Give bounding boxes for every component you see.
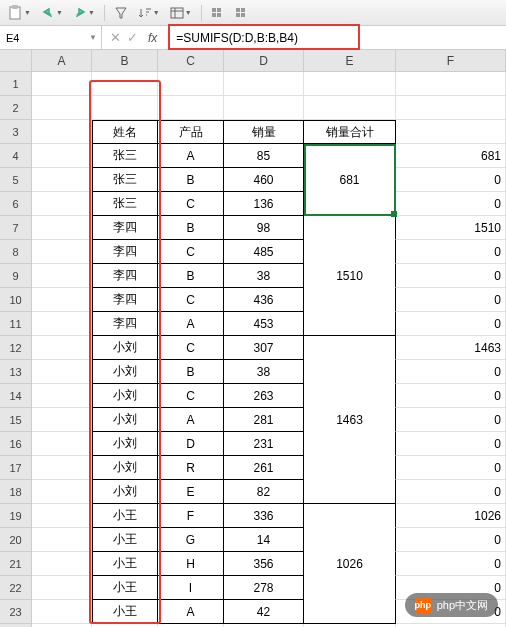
cell[interactable]: 0 — [396, 408, 506, 432]
cell[interactable] — [32, 216, 92, 240]
cell[interactable]: 姓名 — [92, 120, 158, 144]
row-header[interactable]: 19 — [0, 504, 32, 528]
cell[interactable]: 1463 — [396, 336, 506, 360]
cell[interactable]: E — [158, 480, 224, 504]
cell[interactable]: 38 — [224, 264, 304, 288]
cell[interactable]: 485 — [224, 240, 304, 264]
cell[interactable] — [32, 360, 92, 384]
cell[interactable] — [32, 576, 92, 600]
cell[interactable]: 136 — [224, 192, 304, 216]
cell[interactable]: 0 — [396, 552, 506, 576]
cell[interactable]: B — [158, 360, 224, 384]
row-header[interactable]: 5 — [0, 168, 32, 192]
row-header[interactable]: 21 — [0, 552, 32, 576]
select-all-corner[interactable] — [0, 50, 32, 71]
cell[interactable]: 82 — [224, 480, 304, 504]
row-header[interactable]: 18 — [0, 480, 32, 504]
col-header-F[interactable]: F — [396, 50, 506, 71]
cell[interactable]: B — [158, 216, 224, 240]
cell[interactable]: 1510 — [396, 216, 506, 240]
row-header[interactable]: 13 — [0, 360, 32, 384]
row-header[interactable]: 1 — [0, 72, 32, 96]
row-header[interactable]: 16 — [0, 432, 32, 456]
cell[interactable]: 85 — [224, 144, 304, 168]
cell[interactable] — [396, 72, 506, 96]
cell[interactable]: 436 — [224, 288, 304, 312]
cell[interactable]: 小刘 — [92, 384, 158, 408]
cell[interactable] — [304, 240, 396, 264]
cell[interactable]: 1026 — [396, 504, 506, 528]
cell[interactable] — [32, 408, 92, 432]
cell[interactable] — [32, 96, 92, 120]
cell[interactable] — [224, 72, 304, 96]
cell[interactable]: 销量 — [224, 120, 304, 144]
col-header-B[interactable]: B — [92, 50, 158, 71]
cell[interactable] — [32, 600, 92, 624]
cell[interactable] — [32, 264, 92, 288]
cell[interactable]: D — [158, 432, 224, 456]
cell[interactable] — [304, 384, 396, 408]
row-header[interactable]: 17 — [0, 456, 32, 480]
paste-button[interactable]: ▼ — [4, 3, 34, 23]
fx-button[interactable]: fx — [144, 31, 161, 45]
cell[interactable] — [158, 72, 224, 96]
cell[interactable]: A — [158, 312, 224, 336]
cell[interactable] — [32, 552, 92, 576]
cell[interactable]: 李四 — [92, 216, 158, 240]
cell[interactable]: 307 — [224, 336, 304, 360]
cell[interactable]: 0 — [396, 288, 506, 312]
cell[interactable]: 1510 — [304, 264, 396, 288]
cell[interactable]: 小王 — [92, 576, 158, 600]
cell[interactable] — [224, 96, 304, 120]
cell[interactable]: 小刘 — [92, 360, 158, 384]
row-header[interactable]: 7 — [0, 216, 32, 240]
cell[interactable]: 38 — [224, 360, 304, 384]
cell[interactable]: A — [158, 408, 224, 432]
cell[interactable]: H — [158, 552, 224, 576]
cell[interactable]: 453 — [224, 312, 304, 336]
cell[interactable]: C — [158, 288, 224, 312]
cell[interactable] — [32, 312, 92, 336]
cell[interactable] — [396, 120, 506, 144]
formula-input[interactable]: =SUMIFS(D:D,B:B,B4) — [170, 26, 506, 49]
cell[interactable]: 0 — [396, 456, 506, 480]
cell[interactable] — [304, 216, 396, 240]
cancel-icon[interactable]: ✕ — [110, 30, 121, 45]
row-header[interactable]: 23 — [0, 600, 32, 624]
cell[interactable]: 李四 — [92, 264, 158, 288]
cell[interactable] — [32, 504, 92, 528]
cell[interactable]: 281 — [224, 408, 304, 432]
cell[interactable]: 李四 — [92, 240, 158, 264]
cell[interactable]: 产品 — [158, 120, 224, 144]
cell[interactable] — [304, 312, 396, 336]
cell[interactable]: 0 — [396, 384, 506, 408]
cell[interactable]: 张三 — [92, 168, 158, 192]
cell[interactable]: 0 — [396, 168, 506, 192]
redo-button[interactable]: ▼ — [70, 4, 98, 22]
cell[interactable] — [32, 120, 92, 144]
cell[interactable] — [32, 288, 92, 312]
cell[interactable] — [32, 384, 92, 408]
cell[interactable]: B — [158, 264, 224, 288]
cell[interactable]: 681 — [304, 168, 396, 192]
cell[interactable]: I — [158, 576, 224, 600]
cell[interactable]: C — [158, 384, 224, 408]
cell[interactable] — [32, 240, 92, 264]
row-header[interactable]: 12 — [0, 336, 32, 360]
cell[interactable]: 231 — [224, 432, 304, 456]
cell[interactable] — [32, 432, 92, 456]
cell[interactable] — [304, 96, 396, 120]
cell[interactable] — [304, 600, 396, 624]
cell[interactable] — [304, 480, 396, 504]
cell[interactable] — [304, 576, 396, 600]
cell[interactable]: 小刘 — [92, 336, 158, 360]
row-header[interactable]: 11 — [0, 312, 32, 336]
undo-button[interactable]: ▼ — [38, 4, 66, 22]
row-header[interactable]: 15 — [0, 408, 32, 432]
cell[interactable] — [158, 96, 224, 120]
cell[interactable]: 李四 — [92, 288, 158, 312]
cell[interactable] — [304, 528, 396, 552]
row-header[interactable]: 22 — [0, 576, 32, 600]
cell[interactable]: C — [158, 192, 224, 216]
row-header[interactable]: 9 — [0, 264, 32, 288]
